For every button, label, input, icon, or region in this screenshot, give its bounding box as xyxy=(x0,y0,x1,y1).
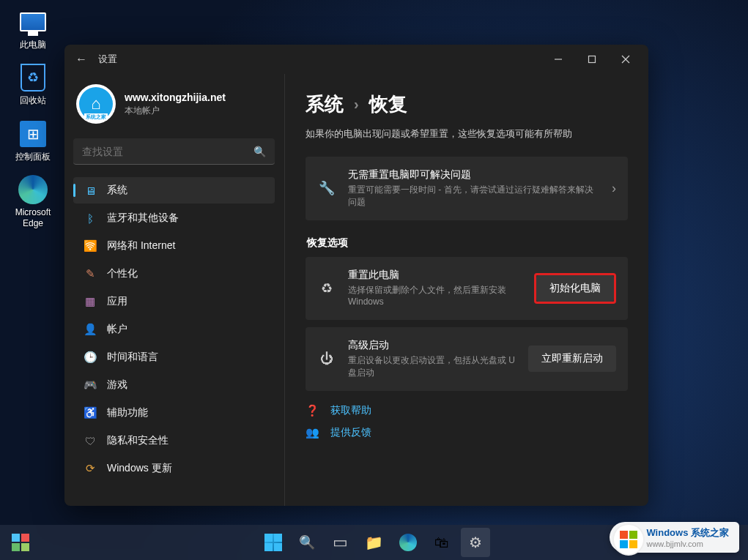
reset-pc-card: ♻ 重置此电脑 选择保留或删除个人文件，然后重新安装 Windows 初始化电脑 xyxy=(306,257,628,321)
sidebar-item-2[interactable]: 🛜网络和 Internet xyxy=(73,233,275,259)
edge-icon xyxy=(18,175,48,204)
sidebar-item-8[interactable]: ♿辅助功能 xyxy=(73,400,275,426)
search-icon: 🔍 xyxy=(253,146,266,157)
card-desc: 选择保留或删除个人文件，然后重新安装 Windows xyxy=(348,284,522,309)
nav-icon: 🖥 xyxy=(84,184,97,197)
desktop-label: Microsoft Edge xyxy=(10,207,56,228)
power-icon: ⏻ xyxy=(317,351,336,367)
nav-icon: ᛒ xyxy=(84,212,97,225)
watermark-logo-icon xyxy=(614,525,643,554)
sidebar-item-label: 辅助功能 xyxy=(107,406,148,419)
troubleshoot-card[interactable]: 🔧 无需重置电脑即可解决问题 重置可能需要一段时间 - 首先，请尝试通过运行疑难… xyxy=(306,157,628,220)
card-title: 高级启动 xyxy=(348,339,516,352)
minimize-button[interactable] xyxy=(541,48,575,70)
breadcrumb-root[interactable]: 系统 xyxy=(306,92,344,117)
card-desc: 重置可能需要一段时间 - 首先，请尝试通过运行疑难解答来解决问题 xyxy=(348,184,600,209)
sidebar-item-7[interactable]: 🎮游戏 xyxy=(73,372,275,398)
nav-icon: ✎ xyxy=(84,267,97,280)
svg-rect-1 xyxy=(589,56,596,63)
sidebar-item-label: 个性化 xyxy=(107,267,138,280)
sidebar-item-6[interactable]: 🕒时间和语言 xyxy=(73,344,275,370)
search-box[interactable]: 🔍 xyxy=(73,138,275,165)
widgets-button[interactable] xyxy=(6,528,35,557)
feedback-link[interactable]: 👥 提供反馈 xyxy=(306,426,628,439)
sidebar-item-label: 帐户 xyxy=(107,323,127,336)
nav-icon: 🛜 xyxy=(84,239,97,253)
profile-name: www.xitongzhijia.net xyxy=(125,92,226,103)
task-view-button[interactable]: ▭ xyxy=(326,528,355,557)
page-subtitle: 如果你的电脑出现问题或希望重置，这些恢复选项可能有所帮助 xyxy=(306,127,628,141)
file-explorer-button[interactable]: 📁 xyxy=(360,528,389,557)
desktop-icon-control-panel[interactable]: ⊞ 控制面板 xyxy=(10,119,56,162)
sidebar-item-label: Windows 更新 xyxy=(107,462,172,475)
desktop-label: 控制面板 xyxy=(15,152,51,162)
nav-icon: 🛡 xyxy=(84,434,97,447)
card-title: 重置此电脑 xyxy=(348,269,522,282)
card-desc: 重启设备以更改启动设置，包括从光盘或 U 盘启动 xyxy=(348,354,516,379)
sidebar: ⌂ 系统之家 www.xitongzhijia.net 本地帐户 🔍 🖥系统ᛒ蓝… xyxy=(64,74,284,506)
nav-icon: ♿ xyxy=(84,406,97,419)
sidebar-item-1[interactable]: ᛒ蓝牙和其他设备 xyxy=(73,205,275,231)
avatar: ⌂ 系统之家 xyxy=(76,84,116,124)
sidebar-item-label: 隐私和安全性 xyxy=(107,434,169,447)
sidebar-item-label: 游戏 xyxy=(107,378,127,392)
start-button[interactable] xyxy=(259,528,288,557)
chevron-right-icon: › xyxy=(612,181,616,196)
sidebar-item-9[interactable]: 🛡隐私和安全性 xyxy=(73,428,275,454)
desktop-icon-recycle-bin[interactable]: 回收站 xyxy=(10,63,56,105)
sidebar-item-label: 应用 xyxy=(107,295,127,308)
pc-icon xyxy=(20,12,46,31)
edge-taskbar-button[interactable] xyxy=(393,528,423,557)
settings-window: ← 设置 ⌂ 系统之家 www.xitongzhijia.net 本地帐户 🔍 xyxy=(64,45,648,506)
restart-now-button[interactable]: 立即重新启动 xyxy=(528,346,616,372)
breadcrumb-page: 恢复 xyxy=(369,92,407,117)
settings-taskbar-button[interactable]: ⚙ xyxy=(461,528,490,557)
reset-icon: ♻ xyxy=(317,280,336,296)
nav-icon: ▦ xyxy=(84,295,97,308)
desktop-icon-this-pc[interactable]: 此电脑 xyxy=(10,7,56,50)
sidebar-item-label: 网络和 Internet xyxy=(107,239,175,253)
reset-pc-button[interactable]: 初始化电脑 xyxy=(536,275,614,302)
content: 系统 › 恢复 如果你的电脑出现问题或希望重置，这些恢复选项可能有所帮助 🔧 无… xyxy=(284,74,648,506)
advanced-startup-card: ⏻ 高级启动 重启设备以更改启动设置，包括从光盘或 U 盘启动 立即重新启动 xyxy=(306,327,628,391)
nav-icon: 👤 xyxy=(84,323,97,336)
desktop-icon-edge[interactable]: Microsoft Edge xyxy=(10,175,56,228)
control-panel-icon: ⊞ xyxy=(20,121,46,147)
watermark: Windows 系统之家 www.bjjmlv.com xyxy=(610,522,739,553)
recycle-bin-icon xyxy=(21,64,45,92)
sidebar-item-5[interactable]: 👤帐户 xyxy=(73,316,275,343)
window-title: 设置 xyxy=(98,53,117,66)
get-help-link[interactable]: ❓ 获取帮助 xyxy=(306,404,628,417)
profile-sub: 本地帐户 xyxy=(125,105,226,117)
nav-icon: 🎮 xyxy=(84,378,97,392)
wrench-icon: 🔧 xyxy=(317,180,336,196)
sidebar-item-10[interactable]: ⟳Windows 更新 xyxy=(73,455,275,482)
sidebar-item-label: 时间和语言 xyxy=(107,351,158,364)
profile[interactable]: ⌂ 系统之家 www.xitongzhijia.net 本地帐户 xyxy=(69,74,279,138)
sidebar-item-label: 系统 xyxy=(107,184,127,197)
back-button[interactable]: ← xyxy=(70,48,92,70)
sidebar-item-3[interactable]: ✎个性化 xyxy=(73,261,275,287)
nav-icon: ⟳ xyxy=(84,462,97,475)
card-title: 无需重置电脑即可解决问题 xyxy=(348,168,600,182)
desktop-label: 回收站 xyxy=(20,95,46,105)
highlight-annotation: 初始化电脑 xyxy=(534,273,616,304)
sidebar-item-0[interactable]: 🖥系统 xyxy=(73,177,275,204)
maximize-button[interactable] xyxy=(575,48,609,70)
sidebar-item-label: 蓝牙和其他设备 xyxy=(107,212,179,225)
taskbar-search-button[interactable]: 🔍 xyxy=(292,528,322,557)
nav-icon: 🕒 xyxy=(84,351,97,364)
sidebar-item-4[interactable]: ▦应用 xyxy=(73,288,275,315)
close-button[interactable] xyxy=(609,48,643,70)
help-icon: ❓ xyxy=(306,404,320,417)
store-button[interactable]: 🛍 xyxy=(427,528,456,557)
titlebar: ← 设置 xyxy=(64,45,648,74)
breadcrumb: 系统 › 恢复 xyxy=(306,92,628,117)
section-header: 恢复选项 xyxy=(307,236,628,250)
feedback-icon: 👥 xyxy=(306,426,320,439)
search-input[interactable] xyxy=(82,146,253,157)
desktop-label: 此电脑 xyxy=(20,40,46,50)
chevron-right-icon: › xyxy=(354,96,359,113)
